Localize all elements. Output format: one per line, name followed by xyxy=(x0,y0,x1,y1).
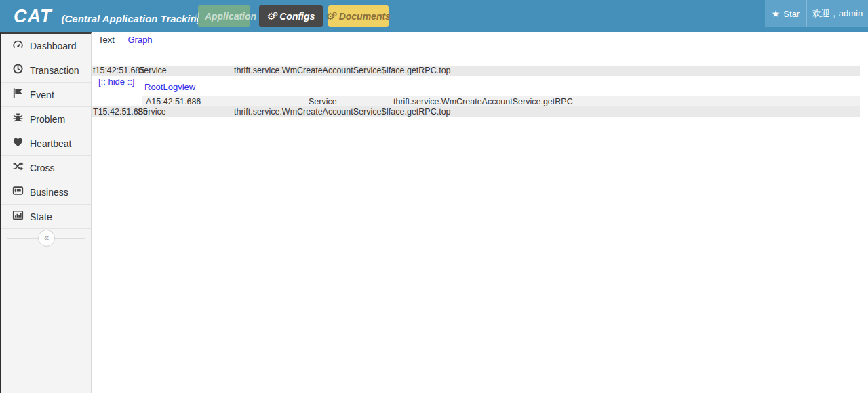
user-box: ★ Star 欢迎，admin xyxy=(765,0,868,27)
sidebar-item-label: Transaction xyxy=(30,65,79,76)
configs-button-label: Configs xyxy=(279,11,315,22)
documents-button-label: Documents xyxy=(339,11,391,22)
sidebar-item-label: Problem xyxy=(30,114,65,125)
sidebar-item-state[interactable]: State xyxy=(1,205,91,229)
rootlogview-link[interactable]: RootLogview xyxy=(144,82,195,92)
welcome-admin-link[interactable]: 欢迎，admin xyxy=(807,7,868,20)
log-name: thrift.service.WmCreateAccountService.ge… xyxy=(393,96,573,107)
log-row-root[interactable]: t15:42:51.685 Service thrift.service.WmC… xyxy=(92,66,860,76)
log-time: A15:42:51.686 xyxy=(146,96,201,107)
gears-icon: ⚙⚙ xyxy=(326,12,335,21)
shuffle-icon xyxy=(12,161,24,175)
chevron-left-double-icon[interactable]: « xyxy=(38,230,55,247)
sidebar-item-business[interactable]: Business xyxy=(1,180,91,205)
sidebar-item-label: Heartbeat xyxy=(30,138,71,149)
log-type: Service xyxy=(138,66,167,76)
log-type: Service xyxy=(309,96,337,107)
sidebar-item-cross[interactable]: Cross xyxy=(1,156,91,180)
clock-icon xyxy=(12,63,24,77)
configs-button[interactable]: ⚙⚙ Configs xyxy=(259,5,323,27)
star-button[interactable]: ★ Star xyxy=(765,0,807,27)
sidebar-item-event[interactable]: Event xyxy=(1,83,91,107)
sidebar-item-heartbeat[interactable]: Heartbeat xyxy=(1,131,91,156)
tab-text[interactable]: Text xyxy=(98,35,115,45)
hide-link[interactable]: [:: hide ::] xyxy=(98,77,134,87)
logo-subtitle: (Central Application Tracking) xyxy=(62,13,206,24)
logview-content: Text Graph t15:42:51.685 Service thrift.… xyxy=(92,32,868,393)
log-type: Service xyxy=(138,106,166,117)
application-button[interactable]: Application xyxy=(198,5,250,27)
gears-icon: ⚙⚙ xyxy=(267,12,276,21)
tab-graph[interactable]: Graph xyxy=(127,35,152,45)
app-logo: CAT (Central Application Tracking) xyxy=(14,0,206,32)
bug-icon xyxy=(12,112,24,126)
sidebar-item-label: Dashboard xyxy=(30,41,77,51)
log-name: thrift.service.WmCreateAccountService$If… xyxy=(234,66,451,76)
sidebar-item-label: State xyxy=(30,211,52,222)
signal-bars-icon xyxy=(192,11,201,22)
sidebar-item-dashboard[interactable]: Dashboard xyxy=(1,34,91,58)
top-header: CAT (Central Application Tracking) Appli… xyxy=(0,0,868,32)
logo-text: CAT xyxy=(14,6,52,26)
flag-icon xyxy=(12,87,24,102)
documents-button[interactable]: ⚙⚙ Documents xyxy=(328,5,389,27)
bar-chart-icon xyxy=(12,209,24,224)
application-button-label: Application xyxy=(205,11,256,22)
log-row-summary[interactable]: T15:42:51.685 Service thrift.service.WmC… xyxy=(92,106,860,117)
sidebar-item-transaction[interactable]: Transaction xyxy=(1,58,91,83)
sidebar-item-problem[interactable]: Problem xyxy=(1,107,91,131)
list-icon xyxy=(12,185,24,199)
log-row-nested[interactable]: A15:42:51.686 Service thrift.service.WmC… xyxy=(142,96,860,106)
heart-icon xyxy=(12,136,24,150)
sidebar-item-label: Event xyxy=(30,89,54,100)
view-mode-tabs: Text Graph xyxy=(98,35,153,45)
star-icon: ★ xyxy=(772,9,781,18)
star-label: Star xyxy=(783,9,800,19)
log-time: t15:42:51.685 xyxy=(93,66,144,76)
sidebar-collapse-button[interactable]: « xyxy=(1,229,91,247)
log-name: thrift.service.WmCreateAccountService$If… xyxy=(234,106,451,117)
sidebar: Dashboard Transaction Event Prob xyxy=(0,32,92,393)
sidebar-item-label: Cross xyxy=(30,163,55,173)
dashboard-icon xyxy=(12,39,24,53)
sidebar-item-label: Business xyxy=(30,187,68,198)
